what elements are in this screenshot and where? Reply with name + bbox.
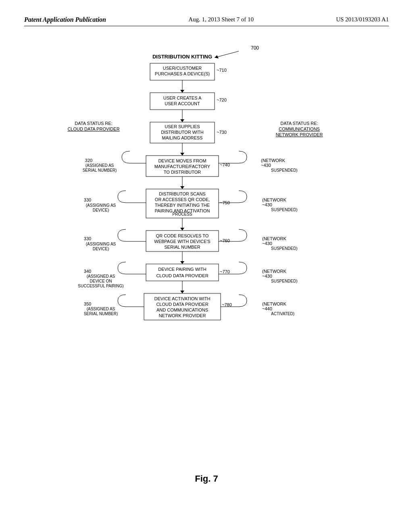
right-label-430b: SUSPENDED): [271, 208, 298, 212]
left-label-330a-2: DEVICE): [93, 208, 109, 212]
right-label-440: ACTIVATED): [271, 312, 294, 316]
step-710-text2: PURCHASES A DEVICE(S): [155, 71, 210, 76]
right-ref-430a: (NETWORK: [261, 158, 286, 163]
svg-marker-5: [180, 119, 184, 122]
step-720-text2: USER ACCOUNT: [165, 101, 200, 106]
svg-marker-19: [180, 261, 184, 264]
right-ref-440: (NETWORK: [262, 301, 287, 306]
right-ref-430b: (NETWORK: [262, 197, 287, 202]
step-780-text4: NETWORK PROVIDER: [159, 313, 206, 318]
left-label-340-1: (ASSIGNED AS: [87, 274, 115, 278]
figure-number: 700: [251, 45, 259, 51]
step-760-text3: SERIAL NUMBER: [164, 245, 200, 249]
step-720-text: USER CREATES A: [163, 96, 202, 100]
flow-diagram: 700 DISTRIBUTION KITTING USER/CUSTOMER P…: [41, 38, 372, 461]
step-730-text1: USER SUPPLIES: [165, 124, 200, 129]
left-status-header-main: DATA STATUS RE:: [75, 121, 112, 126]
step-770-text2: CLOUD DATA PROVIDER: [156, 273, 208, 278]
left-ref-320: 320: [85, 158, 92, 163]
right-ref-430d: (NETWORK: [262, 269, 287, 274]
step-760-text1: QR CODE RESOLVES TO: [156, 233, 209, 238]
left-label-320-1: (ASSIGNED AS: [86, 163, 114, 168]
left-ref-330a: 330: [84, 197, 91, 202]
step-720-ref: ~720: [217, 98, 227, 102]
right-label-430d: SUSPENDED): [271, 279, 298, 283]
step-740-text3: TO DISTRIBUTOR: [164, 170, 201, 175]
patent-number: US 2013/0193203 A1: [336, 16, 389, 23]
left-ref-350: 350: [84, 301, 91, 306]
right-ref-430b-ref: ~430: [262, 202, 272, 207]
step-760-text2: WEBPAGE WITH DEVICE'S: [154, 239, 210, 244]
step-730-text3: MAILING ADDRESS: [162, 135, 203, 140]
right-label-430c: SUSPENDED): [271, 246, 298, 251]
step-750-text3: THEREBY INITIATING THE: [155, 203, 210, 208]
right-status-header-sub2: NETWORK PROVIDER: [276, 132, 323, 137]
page: Patent Application Publication Aug. 1, 2…: [0, 0, 413, 532]
step-780-text1: DEVICE ACTIVATION WITH: [154, 296, 211, 301]
right-ref-440-ref: ~440: [262, 306, 272, 311]
right-ref-430c-ref: ~430: [262, 241, 272, 246]
left-label-340-2: DEVICE ON: [90, 279, 112, 283]
step-710-ref: ~710: [217, 68, 227, 73]
svg-marker-7: [180, 153, 184, 156]
right-ref-430c: (NETWORK: [262, 236, 287, 241]
left-label-350-2: SERIAL NUMBER): [84, 312, 118, 316]
figure-area: 700 DISTRIBUTION KITTING USER/CUSTOMER P…: [24, 38, 389, 484]
right-label-430a: SUSPENDED): [271, 168, 298, 172]
publication-title: Patent Application Publication: [24, 16, 106, 23]
step-750-ref: ~750: [220, 200, 230, 205]
right-status-header-sub1: COMMUNICATIONS: [279, 127, 320, 131]
left-status-header-sub: CLOUD DATA PROVIDER: [67, 127, 119, 131]
step-760-ref: ~760: [220, 238, 230, 243]
svg-line-0: [215, 51, 239, 58]
left-ref-330b: 330: [84, 236, 91, 241]
svg-marker-11: [180, 186, 184, 189]
left-label-330a-1: (ASSIGNING AS: [86, 203, 116, 208]
step-780-ref: ~780: [222, 302, 232, 307]
step-750-text2: OR ACCESSES QR CODE,: [155, 197, 210, 202]
left-label-350-1: (ASSIGNED AS: [87, 307, 115, 311]
step-740-text1: DEVICE MOVES FROM: [158, 158, 206, 163]
left-label-330b-2: DEVICE): [93, 247, 109, 251]
right-status-header-main: DATA STATUS RE:: [280, 121, 318, 126]
step-780-text2: CLOUD DATA PROVIDER: [156, 302, 208, 307]
step-770-text1: DEVICE PAIRING WITH: [158, 267, 206, 272]
step-750-text5: PROCESS: [173, 212, 192, 216]
right-ref-430a-label: ~430: [261, 163, 271, 168]
diagram-title: DISTRIBUTION KITTING: [152, 54, 212, 60]
step-740-text2: MANUFACTURE/FACTORY: [154, 164, 211, 169]
left-label-340-3: SUCCESSFUL PAIRING): [78, 284, 123, 288]
step-750-text1: DISTRIBUTOR SCANS: [159, 191, 205, 196]
left-label-320-2: SERIAL NUMBER): [83, 168, 117, 172]
right-ref-430d-ref: ~430: [262, 274, 272, 278]
svg-marker-23: [180, 291, 184, 293]
step-730-ref: ~730: [217, 130, 227, 135]
svg-marker-3: [180, 90, 184, 93]
sheet-info: Aug. 1, 2013 Sheet 7 of 10: [188, 16, 254, 23]
step-740-ref: ~740: [220, 162, 230, 167]
left-label-330b-1: (ASSIGNING AS: [86, 242, 116, 246]
left-ref-340: 340: [84, 269, 91, 274]
step-770-ref: ~770: [220, 269, 230, 274]
figure-caption: Fig. 7: [195, 474, 218, 484]
page-header: Patent Application Publication Aug. 1, 2…: [24, 16, 389, 26]
step-780-text3: AND COMMUNICATIONS: [156, 308, 208, 312]
step-710-text: USER/CUSTOMER: [163, 66, 202, 71]
svg-marker-15: [180, 228, 184, 231]
step-730-text2: DISTRIBUTOR WITH: [161, 130, 204, 135]
